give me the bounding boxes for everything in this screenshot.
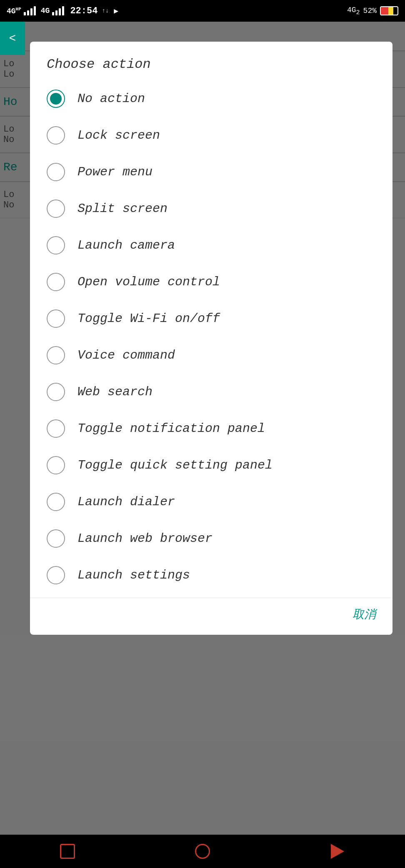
- option-label-launch-settings: Launch settings: [78, 568, 190, 582]
- option-label-open-volume-control: Open volume control: [78, 275, 220, 289]
- option-power-menu[interactable]: Power menu: [38, 154, 384, 190]
- signal-bar: [27, 10, 29, 15]
- signal-bar: [62, 6, 64, 15]
- signal-bar: [34, 6, 36, 15]
- radio-lock-screen: [47, 126, 65, 145]
- option-open-volume-control[interactable]: Open volume control: [38, 264, 384, 300]
- option-label-split-screen: Split screen: [78, 202, 168, 216]
- option-launch-camera[interactable]: Launch camera: [38, 227, 384, 264]
- signal-bar: [52, 12, 54, 15]
- back-arrow-button[interactable]: <: [0, 22, 25, 55]
- network-indicator-1: 4GHP: [7, 7, 21, 15]
- radio-launch-web-browser: [47, 529, 65, 548]
- option-label-launch-web-browser: Launch web browser: [78, 531, 212, 546]
- battery-fill-red: [381, 7, 388, 15]
- signal-bar: [55, 10, 58, 15]
- media-icon: ▶: [114, 6, 118, 15]
- radio-voice-command: [47, 346, 65, 364]
- signal-bars-2: [52, 6, 64, 15]
- back-arrow-icon: <: [9, 32, 16, 45]
- recents-button[interactable]: [56, 840, 79, 863]
- signal-bar: [59, 8, 61, 15]
- radio-split-screen: [47, 200, 65, 218]
- radio-no-action: [47, 90, 65, 108]
- radio-toggle-wifi: [47, 309, 65, 328]
- status-bar: 4GHP 4G 22:54 ↑↓ ▶ 4G2 52%: [0, 0, 405, 22]
- dialog-footer: 取消: [30, 598, 392, 635]
- choose-action-dialog: Choose action No action Lock screen Powe…: [30, 42, 392, 635]
- recents-icon: [60, 844, 75, 859]
- option-label-launch-camera: Launch camera: [78, 238, 175, 252]
- option-label-lock-screen: Lock screen: [78, 128, 160, 142]
- option-label-toggle-notification-panel: Toggle notification panel: [78, 422, 265, 436]
- option-toggle-wifi[interactable]: Toggle Wi-Fi on/off: [38, 300, 384, 337]
- radio-launch-settings: [47, 566, 65, 584]
- option-label-toggle-quick-setting-panel: Toggle quick setting panel: [78, 458, 272, 472]
- option-label-web-search: Web search: [78, 385, 152, 399]
- option-label-voice-command: Voice command: [78, 348, 175, 362]
- radio-web-search: [47, 383, 65, 401]
- battery-icon: [380, 6, 398, 15]
- signal-bar: [24, 12, 26, 15]
- option-label-no-action: No action: [78, 92, 145, 106]
- option-launch-web-browser[interactable]: Launch web browser: [38, 520, 384, 557]
- signal-bar: [30, 8, 32, 15]
- battery-percent: 52%: [363, 7, 377, 15]
- radio-toggle-quick-setting-panel: [47, 456, 65, 474]
- option-web-search[interactable]: Web search: [38, 374, 384, 410]
- option-label-power-menu: Power menu: [78, 165, 152, 179]
- dialog-title: Choose action: [30, 42, 392, 80]
- option-launch-settings[interactable]: Launch settings: [38, 557, 384, 594]
- option-label-launch-dialer: Launch dialer: [78, 495, 175, 509]
- option-no-action[interactable]: No action: [38, 80, 384, 117]
- radio-open-volume-control: [47, 273, 65, 291]
- status-left: 4GHP 4G 22:54 ↑↓ ▶: [7, 6, 118, 16]
- radio-power-menu: [47, 163, 65, 181]
- radio-launch-dialer: [47, 493, 65, 511]
- option-toggle-notification-panel[interactable]: Toggle notification panel: [38, 410, 384, 447]
- option-split-screen[interactable]: Split screen: [38, 190, 384, 227]
- navigation-bar: [0, 835, 405, 868]
- battery-fill-yellow: [388, 7, 393, 15]
- radio-inner-no-action: [50, 93, 62, 105]
- option-label-toggle-wifi: Toggle Wi-Fi on/off: [78, 312, 220, 326]
- option-toggle-quick-setting-panel[interactable]: Toggle quick setting panel: [38, 447, 384, 484]
- signal-bars-1: [24, 6, 36, 15]
- radio-toggle-notification-panel: [47, 419, 65, 438]
- network-indicator-2: 4G: [41, 7, 50, 15]
- status-right: 4G2 52%: [347, 6, 398, 16]
- option-voice-command[interactable]: Voice command: [38, 337, 384, 374]
- home-icon: [195, 844, 210, 859]
- dialog-options-list: No action Lock screen Power menu Split s…: [30, 80, 392, 594]
- home-button[interactable]: [191, 840, 214, 863]
- network-type: 4G2: [347, 6, 360, 16]
- back-icon: [331, 844, 344, 859]
- back-button[interactable]: [326, 840, 349, 863]
- option-lock-screen[interactable]: Lock screen: [38, 117, 384, 154]
- option-launch-dialer[interactable]: Launch dialer: [38, 484, 384, 520]
- speed-indicator: ↑↓: [102, 7, 109, 14]
- clock: 22:54: [70, 6, 98, 16]
- cancel-button[interactable]: 取消: [352, 606, 376, 622]
- radio-launch-camera: [47, 236, 65, 254]
